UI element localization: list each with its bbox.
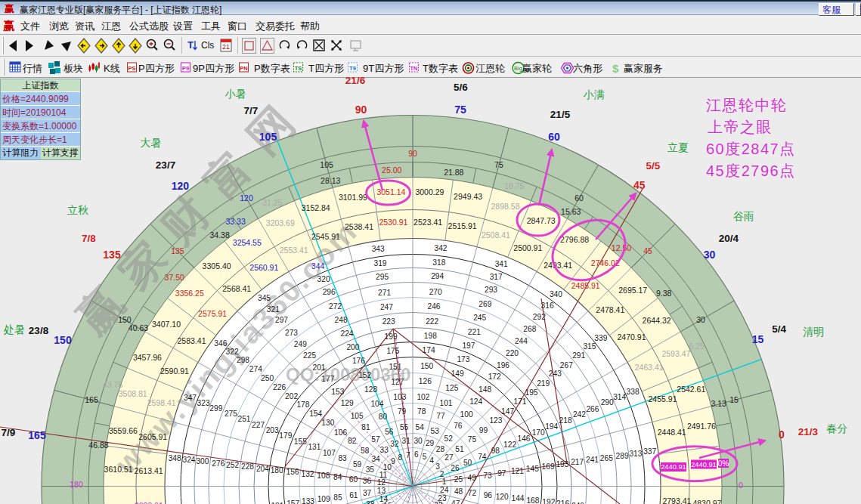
svg-text:148: 148 (479, 385, 491, 394)
svg-text:2553.41: 2553.41 (280, 246, 308, 255)
svg-text:31.25: 31.25 (262, 198, 282, 207)
svg-text:216: 216 (556, 499, 569, 504)
svg-text:84: 84 (333, 473, 342, 481)
svg-text:321: 321 (267, 305, 280, 314)
svg-text:129: 129 (341, 399, 354, 407)
svg-text:75: 75 (454, 104, 466, 116)
svg-text:0: 0 (779, 428, 785, 441)
svg-text:5: 5 (423, 453, 427, 461)
svg-text:47: 47 (451, 499, 460, 504)
svg-text:4: 4 (429, 456, 434, 465)
svg-text:35: 35 (366, 465, 375, 474)
svg-text:2695.17: 2695.17 (618, 286, 647, 295)
svg-text:7/9: 7/9 (2, 427, 16, 438)
svg-text:59: 59 (353, 460, 362, 468)
svg-text:322: 322 (226, 348, 239, 356)
svg-text:224: 224 (341, 329, 354, 338)
svg-text:324: 324 (183, 456, 196, 464)
svg-text:2515.91: 2515.91 (448, 221, 477, 230)
svg-text:21.88: 21.88 (444, 168, 463, 177)
svg-text:272: 272 (329, 302, 342, 311)
svg-text:318: 318 (432, 258, 445, 267)
svg-text:23: 23 (438, 494, 447, 502)
svg-text:7/7: 7/7 (244, 105, 259, 116)
svg-text:大暑: 大暑 (141, 137, 162, 149)
svg-text:2575.91: 2575.91 (198, 309, 227, 318)
svg-text:2530.91: 2530.91 (379, 218, 407, 227)
svg-text:$: $ (612, 62, 619, 75)
svg-text:9: 9 (391, 457, 395, 465)
svg-text:108: 108 (317, 472, 330, 480)
svg-text:25: 25 (454, 475, 463, 484)
svg-text:204: 204 (256, 465, 269, 473)
svg-text:313: 313 (629, 450, 642, 458)
svg-text:2793.41: 2793.41 (662, 496, 691, 504)
svg-text:2: 2 (440, 470, 444, 478)
svg-text:TS: TS (295, 65, 302, 72)
svg-text:198: 198 (424, 332, 437, 340)
svg-text:11: 11 (379, 471, 388, 479)
svg-text:291: 291 (572, 351, 585, 360)
svg-text:296: 296 (323, 288, 336, 296)
svg-text:2568.41: 2568.41 (222, 284, 251, 293)
svg-text:2493.41: 2493.41 (544, 261, 572, 270)
svg-text:52: 52 (444, 434, 454, 443)
svg-text:54: 54 (416, 423, 425, 431)
svg-text:265: 265 (600, 454, 613, 462)
svg-text:43.75: 43.75 (103, 380, 122, 389)
svg-text:195: 195 (525, 388, 538, 397)
svg-text:37.50: 37.50 (165, 273, 184, 282)
svg-text:225: 225 (303, 351, 316, 360)
svg-text:15: 15 (752, 333, 764, 345)
svg-text:150: 150 (420, 362, 433, 370)
svg-text:小满: 小满 (584, 88, 605, 100)
svg-text:5/6: 5/6 (454, 82, 468, 93)
svg-text:T9: T9 (349, 65, 356, 72)
svg-text:55: 55 (400, 423, 409, 431)
svg-text:Big: Big (514, 65, 522, 72)
svg-text:30: 30 (696, 315, 705, 324)
svg-text:344: 344 (311, 262, 324, 271)
svg-text:清明: 清明 (803, 326, 824, 338)
svg-text:165: 165 (85, 395, 98, 404)
svg-text:293: 293 (485, 286, 497, 294)
svg-text:245: 245 (473, 314, 486, 322)
svg-text:202: 202 (285, 392, 298, 400)
svg-text:20/4: 20/4 (719, 233, 739, 244)
svg-text:175: 175 (386, 347, 399, 355)
svg-text:0%: 0% (718, 459, 729, 468)
svg-text:270: 270 (429, 288, 442, 296)
svg-text:273: 273 (285, 329, 298, 337)
svg-text:130: 130 (321, 419, 334, 427)
svg-text:81: 81 (361, 423, 370, 431)
svg-text:104: 104 (370, 400, 383, 408)
svg-text:180: 180 (70, 480, 83, 489)
svg-text:2542.61: 2542.61 (677, 385, 705, 394)
svg-text:60: 60 (575, 193, 584, 203)
svg-text:82: 82 (348, 437, 357, 445)
svg-text:2470.91: 2470.91 (618, 332, 646, 342)
svg-text:58: 58 (361, 447, 370, 455)
svg-text:2847.73: 2847.73 (527, 216, 556, 225)
svg-text:345: 345 (258, 294, 271, 302)
svg-text:103: 103 (393, 393, 406, 401)
svg-text:T: T (187, 39, 194, 51)
svg-text:77: 77 (436, 412, 445, 420)
svg-text:21/3: 21/3 (798, 426, 819, 438)
svg-text:100: 100 (460, 410, 473, 419)
svg-text:169: 169 (542, 462, 555, 471)
svg-text:7: 7 (406, 451, 410, 459)
svg-text:56: 56 (385, 428, 394, 436)
svg-text:2508.41: 2508.41 (482, 230, 510, 240)
svg-text:244: 244 (515, 337, 528, 345)
svg-text:0: 0 (739, 481, 743, 490)
svg-text:33.33: 33.33 (225, 217, 245, 226)
svg-text:252: 252 (226, 461, 239, 469)
svg-text:147: 147 (501, 407, 514, 416)
svg-text:180: 180 (271, 466, 283, 475)
svg-text:2448.41: 2448.41 (658, 428, 686, 437)
svg-text:3: 3 (435, 462, 440, 471)
svg-text:106: 106 (334, 428, 347, 437)
svg-text:149: 149 (451, 369, 464, 378)
svg-text:146: 146 (518, 434, 531, 443)
